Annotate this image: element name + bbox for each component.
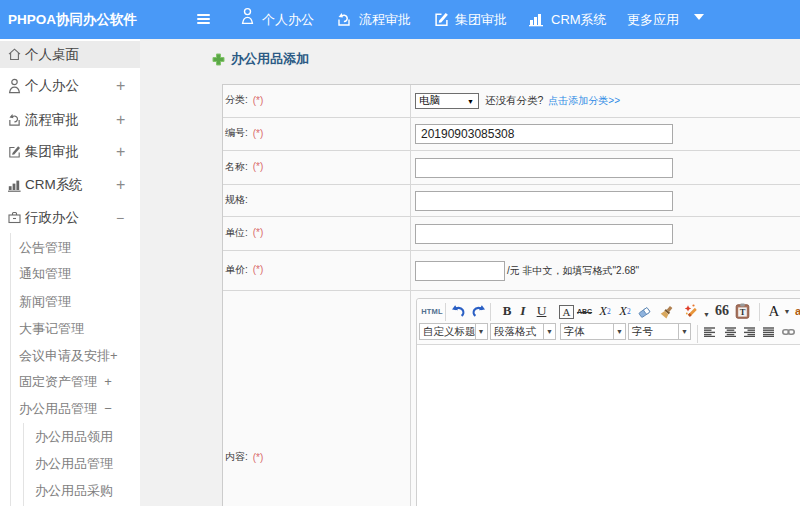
svg-text:T: T — [740, 307, 746, 317]
